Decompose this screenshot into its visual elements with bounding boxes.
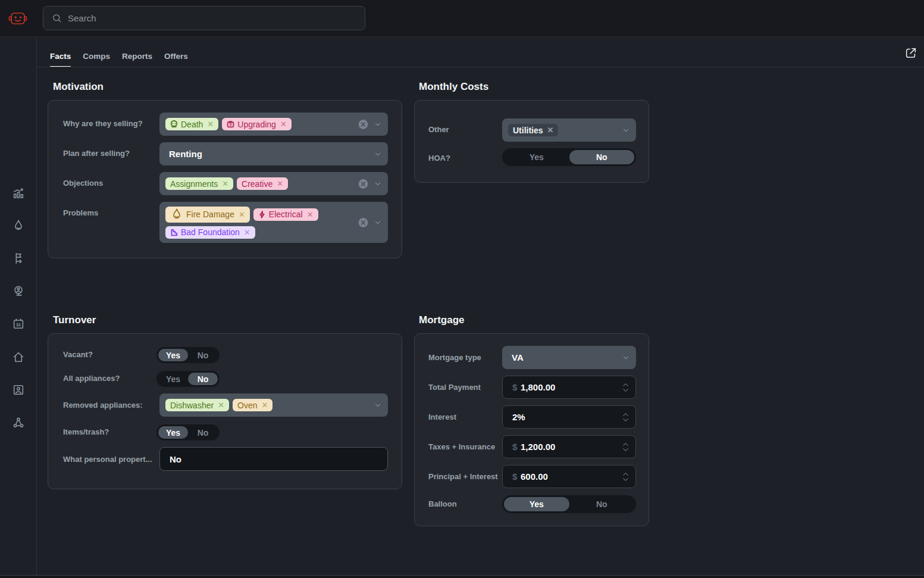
- toggle-option-yes[interactable]: Yes: [158, 373, 188, 385]
- clear-selection-icon[interactable]: [358, 178, 369, 189]
- chip-remove-icon[interactable]: ✕: [280, 120, 287, 129]
- chip-dishwasher: Dishwasher✕: [165, 399, 229, 411]
- toggle-option-no[interactable]: No: [188, 373, 218, 385]
- chip-remove-icon[interactable]: ✕: [244, 228, 250, 237]
- chip-remove-icon[interactable]: ✕: [547, 126, 554, 135]
- field-label: Interest: [428, 413, 456, 421]
- agent-camera-icon[interactable]: [12, 285, 25, 298]
- top-bar: Search: [0, 0, 924, 37]
- chevron-down-icon[interactable]: [374, 401, 382, 410]
- toggle-option-no[interactable]: No: [569, 497, 635, 511]
- select-value: Renting: [159, 149, 202, 159]
- tab-comps[interactable]: Comps: [83, 52, 110, 67]
- field-label: Plan after selling?: [63, 149, 130, 158]
- field-label: What personal propert...: [63, 455, 152, 464]
- chevron-down-icon[interactable]: [374, 218, 382, 227]
- field-label: Problems: [63, 208, 98, 217]
- search-icon: [52, 13, 62, 23]
- chevron-down-icon[interactable]: [622, 354, 630, 362]
- chip-death: Death✕: [165, 118, 218, 130]
- chevron-down-icon[interactable]: [622, 126, 630, 135]
- robot-logo-icon[interactable]: [8, 10, 27, 27]
- chip-remove-icon[interactable]: ✕: [218, 401, 224, 410]
- personal-property-input[interactable]: No: [159, 447, 388, 471]
- toggle-option-yes[interactable]: Yes: [158, 426, 188, 439]
- chip-remove-icon[interactable]: ✕: [277, 179, 283, 188]
- mortgage-type-select[interactable]: VA: [502, 346, 636, 369]
- field-label: Vacant?: [63, 350, 93, 359]
- analytics-icon[interactable]: [12, 187, 25, 200]
- contact-card-icon[interactable]: [12, 383, 25, 396]
- stepper-arrows-icon[interactable]: [622, 412, 629, 423]
- monthly-costs-panel: Other Utilities✕ HOA? YesNo: [414, 100, 649, 183]
- calendar-31-icon[interactable]: 31: [12, 317, 25, 330]
- tab-reports[interactable]: Reports: [122, 52, 152, 67]
- field-label: Other: [428, 125, 449, 134]
- tab-facts[interactable]: Facts: [50, 52, 71, 67]
- tab-bar-divider: [37, 67, 924, 67]
- objections-multiselect[interactable]: Assignments✕Creative✕: [159, 172, 388, 195]
- all-appliances-toggle[interactable]: YesNo: [156, 371, 220, 387]
- section-title-motivation: Motivation: [53, 81, 104, 93]
- chip-remove-icon[interactable]: ✕: [207, 120, 214, 129]
- hoa-toggle[interactable]: YesNo: [502, 148, 636, 166]
- select-value: VA: [502, 352, 524, 363]
- bottom-scroll-strip[interactable]: [0, 575, 924, 578]
- total-payment-input[interactable]: $ 1,800.00: [502, 376, 636, 399]
- flame-icon[interactable]: [12, 219, 25, 232]
- plan-after-selling-select[interactable]: Renting: [159, 142, 388, 165]
- chip-remove-icon[interactable]: ✕: [262, 401, 268, 410]
- toggle-option-yes[interactable]: Yes: [158, 349, 188, 361]
- chip-upgrading: $Upgrading✕: [222, 118, 292, 130]
- field-label: HOA?: [428, 154, 450, 163]
- why-selling-multiselect[interactable]: Death✕$Upgrading✕: [159, 113, 388, 136]
- balloon-toggle[interactable]: YesNo: [502, 495, 636, 513]
- input-value: 1,200.00: [521, 442, 555, 452]
- search-input[interactable]: Search: [43, 6, 365, 30]
- toggle-option-yes[interactable]: Yes: [504, 497, 569, 511]
- chip-remove-icon[interactable]: ✕: [222, 179, 228, 188]
- home-icon[interactable]: [12, 351, 25, 364]
- milestone-flag-icon[interactable]: [12, 252, 25, 265]
- section-title-turnover: Turnover: [53, 314, 96, 326]
- search-placeholder: Search: [68, 13, 96, 23]
- stepper-arrows-icon[interactable]: [622, 442, 629, 452]
- input-value: No: [160, 454, 181, 464]
- toggle-option-no[interactable]: No: [188, 349, 218, 361]
- chip-remove-icon[interactable]: ✕: [307, 210, 314, 219]
- chevron-down-icon[interactable]: [374, 180, 382, 188]
- clear-selection-icon[interactable]: [358, 217, 369, 228]
- toggle-option-no[interactable]: No: [188, 426, 218, 439]
- field-label: Balloon: [428, 499, 457, 508]
- vacant-toggle[interactable]: YesNo: [156, 347, 220, 363]
- toggle-option-no[interactable]: No: [569, 150, 635, 164]
- chevron-down-icon[interactable]: [374, 150, 382, 158]
- chip-remove-icon[interactable]: ✕: [239, 210, 245, 219]
- field-label: Principal + Interest: [428, 472, 498, 481]
- field-label: Taxes + Insurance: [428, 442, 495, 451]
- network-icon[interactable]: [12, 416, 25, 429]
- toggle-option-yes[interactable]: Yes: [504, 150, 569, 164]
- svg-text:$: $: [230, 122, 232, 127]
- interest-input[interactable]: 2%: [502, 405, 636, 429]
- clear-selection-icon[interactable]: [358, 118, 369, 130]
- chip-creative: Creative✕: [237, 177, 288, 190]
- stepper-arrows-icon[interactable]: [622, 471, 629, 482]
- stepper-arrows-icon[interactable]: [622, 382, 629, 393]
- chip-assignments: Assignments✕: [165, 177, 233, 190]
- problems-multiselect[interactable]: Fire Damage✕Electrical✕Bad Foundation✕: [159, 202, 388, 243]
- chevron-down-icon[interactable]: [374, 120, 382, 129]
- chip-electrical: Electrical✕: [253, 208, 318, 221]
- external-link-icon[interactable]: [904, 46, 917, 60]
- items-trash-toggle[interactable]: YesNo: [156, 424, 220, 440]
- chip-utilities: Utilities✕: [508, 124, 558, 136]
- sidebar-nav: 31: [0, 37, 37, 578]
- removed-appliances-multiselect[interactable]: Dishwasher✕Oven✕: [159, 393, 388, 417]
- taxes-insurance-input[interactable]: $ 1,200.00: [502, 435, 636, 458]
- other-costs-multiselect[interactable]: Utilities✕: [502, 118, 636, 142]
- input-value: 2%: [503, 412, 525, 422]
- tab-offers[interactable]: Offers: [164, 52, 188, 67]
- tab-bar: FactsCompsReportsOffers: [50, 37, 188, 67]
- section-title-mortgage: Mortgage: [419, 314, 465, 326]
- principal-interest-input[interactable]: $ 600.00: [502, 465, 636, 488]
